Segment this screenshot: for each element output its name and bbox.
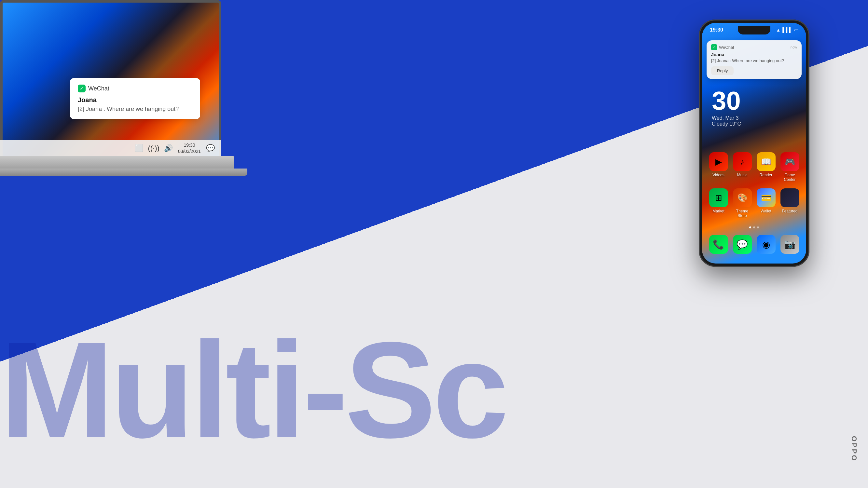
volume-icon: 🔊 [164, 144, 173, 153]
app-icon-wallet: 💳 [757, 188, 776, 207]
phone-notif-header: ✓ WeChat now [711, 44, 797, 50]
battery-status-icon: ▭ [794, 27, 798, 33]
laptop-notif-sender: Joana [78, 96, 192, 104]
page-dot-3 [757, 226, 759, 228]
oppo-logo: oppo [850, 436, 858, 462]
app-row-2: ⊞ Market 🎨 Theme Store 💳 Wallet [707, 188, 802, 218]
wifi-status-icon: ▲ [776, 27, 780, 33]
app-label-featured: Featured [782, 209, 797, 214]
app-item-music[interactable]: ♪ Music [732, 152, 753, 182]
laptop-notification: ✓ WeChat Joana [2] Joana : Where are we … [70, 78, 200, 119]
app-label-music: Music [737, 173, 747, 177]
phone-status-time: 19:30 [710, 27, 723, 33]
phone-clock-date: Wed, Mar 3 [712, 115, 741, 121]
laptop-notif-message: [2] Joana : Where are we hanging out? [78, 106, 192, 112]
app-icon-reader: 📖 [757, 152, 776, 171]
app-row-1: ▶ Videos ♪ Music 📖 Reader 🎮 Game Center [707, 152, 802, 182]
laptop-taskbar: ⬜ ((·)) 🔊 19:30 03/03/2021 💬 [0, 140, 221, 156]
laptop-notif-appname: WeChat [88, 85, 110, 92]
phone-wechat-icon: ✓ [711, 44, 717, 50]
app-label-wallet: Wallet [761, 209, 771, 214]
app-icon-videos: ▶ [709, 152, 728, 171]
phone-page-dots [749, 226, 759, 228]
dock-phone[interactable]: 📞 [709, 235, 728, 254]
app-label-videos: Videos [712, 173, 724, 177]
phone-app-grid: ▶ Videos ♪ Music 📖 Reader 🎮 Game Center [707, 152, 802, 225]
app-label-gamecenter: Game Center [779, 173, 800, 182]
dock-icon-browser: ◉ [757, 235, 776, 254]
app-icon-featured [780, 188, 799, 207]
phone-mockup: 19:30 ▲ ▌▌▌ ▭ ✓ WeChat now Joana [2] Joa… [699, 20, 809, 267]
laptop-wechat-icon: ✓ [78, 85, 86, 92]
app-label-themestore: Theme Store [732, 209, 753, 218]
laptop-notif-header: ✓ WeChat [78, 85, 192, 92]
signal-status-icon: ▌▌▌ [782, 27, 792, 33]
app-label-market: Market [712, 209, 724, 214]
phone-notif-sender: Joana [711, 52, 797, 57]
background-text: Multi-Sc [0, 311, 505, 468]
app-icon-gamecenter: 🎮 [780, 152, 799, 171]
phone-notif-time: now [790, 45, 797, 49]
app-item-market[interactable]: ⊞ Market [708, 188, 729, 218]
taskbar-message-icon: 💬 [206, 144, 215, 153]
dock-icon-phone: 📞 [709, 235, 728, 254]
app-item-featured[interactable]: Featured [779, 188, 800, 218]
app-icon-themestore: 🎨 [733, 188, 752, 207]
phone-screen: 19:30 ▲ ▌▌▌ ▭ ✓ WeChat now Joana [2] Joa… [702, 23, 806, 263]
phone-notif-appname: WeChat [719, 45, 734, 50]
app-item-themestore[interactable]: 🎨 Theme Store [732, 188, 753, 218]
phone-clock-time: 30 [712, 88, 741, 114]
wifi-icon: ((·)) [148, 144, 159, 153]
laptop-base [0, 156, 234, 169]
laptop-area: ⬜ ((·)) 🔊 19:30 03/03/2021 💬 ✓ WeChat Jo… [0, 0, 283, 186]
dock-browser[interactable]: ◉ [757, 235, 776, 254]
page-dot-1 [749, 226, 751, 228]
phone-status-icons: ▲ ▌▌▌ ▭ [776, 27, 798, 33]
app-item-videos[interactable]: ▶ Videos [708, 152, 729, 182]
phone-notch [738, 26, 770, 34]
app-label-reader: Reader [760, 173, 772, 177]
taskbar-icons: ⬜ ((·)) 🔊 [135, 144, 173, 153]
taskbar-time: 19:30 03/03/2021 [178, 142, 201, 154]
phone-notification: ✓ WeChat now Joana [2] Joana : Where are… [707, 40, 802, 79]
dock-camera[interactable]: 📷 [780, 235, 799, 254]
app-item-reader[interactable]: 📖 Reader [756, 152, 777, 182]
app-icon-market: ⊞ [709, 188, 728, 207]
app-icon-music: ♪ [733, 152, 752, 171]
phone-notif-reply-button[interactable]: Reply [711, 66, 734, 75]
dock-icon-messages: 💬 [733, 235, 752, 254]
app-item-wallet[interactable]: 💳 Wallet [756, 188, 777, 218]
phone-clock: 30 Wed, Mar 3 Cloudy 19°C [712, 88, 741, 127]
phone-notif-message: [2] Joana : Where are we hanging out? [711, 58, 797, 63]
phone-dock: 📞 💬 ◉ 📷 [707, 235, 802, 254]
phone-clock-weather: Cloudy 19°C [712, 121, 741, 127]
dock-icon-camera: 📷 [780, 235, 799, 254]
laptop-base-bottom [0, 168, 247, 176]
page-dot-2 [753, 226, 755, 228]
dock-messages[interactable]: 💬 [733, 235, 752, 254]
monitor-icon: ⬜ [135, 144, 144, 153]
app-item-gamecenter[interactable]: 🎮 Game Center [779, 152, 800, 182]
